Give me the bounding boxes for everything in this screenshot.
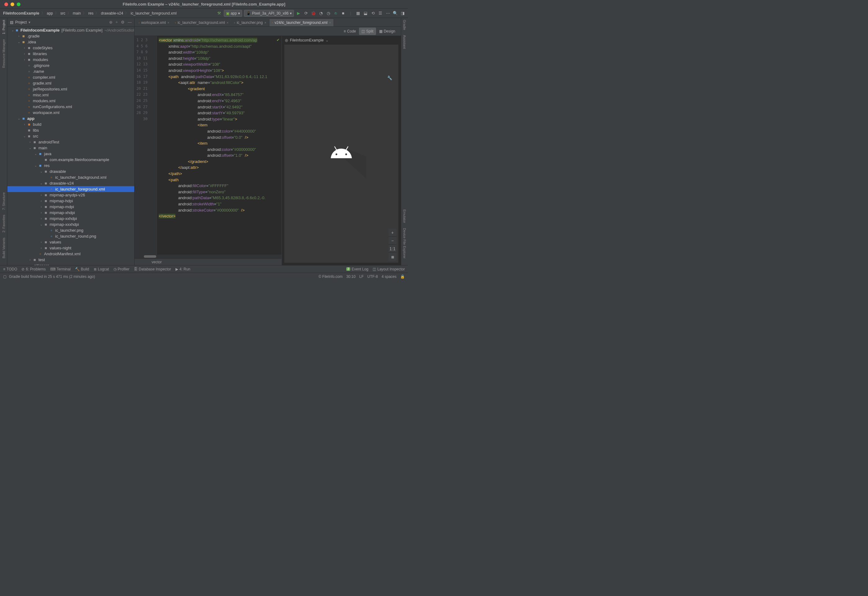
breadcrumb-item[interactable]: src [60,11,66,15]
breadcrumb[interactable]: FileInfocomExample〉app〉src〉main〉res〉draw… [3,10,177,16]
zoom-reset-button[interactable]: ▦ [389,253,396,261]
tree-row[interactable]: ▫ic_launcher_background.xml [7,174,134,180]
tree-row[interactable]: ▫.gitignore [7,63,134,68]
view-split[interactable]: ◫Split [359,28,376,35]
tree-row[interactable]: ⌄■res [7,162,134,168]
db-inspector-tab[interactable]: 🗄 Database Inspector [134,267,171,271]
rail-gradle[interactable]: Gradle [403,20,407,30]
tree-row[interactable]: ›■mipmap-hdpi [7,198,134,204]
wrench-icon[interactable]: 🔧 [387,75,392,80]
tree-row[interactable]: ›■test [7,257,134,263]
tree-row[interactable]: ▫jarRepositories.xml [7,86,134,92]
tree-row[interactable]: ▫ic_launcher_round.png [7,233,134,239]
tree-row[interactable]: ⌄■mipmap-xxxhdpi [7,221,134,227]
tree-row[interactable]: ■com.example.fileinfocomexample [7,157,134,162]
apply-changes-icon[interactable]: ⟳ [303,10,309,16]
run-tab[interactable]: ▶ 4: Run [176,267,190,271]
status-cursor-pos[interactable]: 30:10 [346,274,356,279]
tree-row[interactable]: ›■values [7,239,134,245]
zoom-in-button[interactable]: + [389,229,396,237]
tree-row[interactable]: ▫gradle.xml [7,80,134,86]
zoom-out-button[interactable]: − [389,237,396,245]
profiler-tab[interactable]: ◷ Profiler [114,267,130,271]
problems-tab[interactable]: ⊘ 6: Problems [21,267,46,271]
breadcrumb-item[interactable]: res [88,11,94,15]
tree-row[interactable]: ▫ic_launcher.png [7,227,134,233]
rail-device-file-explorer[interactable]: Device File Explorer [403,228,407,258]
scroll-from-source-icon[interactable]: ⊕ [109,20,112,25]
tree-row[interactable]: ⌄■app [7,115,134,121]
close-tab-icon[interactable]: × [167,21,169,25]
sync-icon[interactable]: ⟲ [370,10,376,16]
tree-row[interactable]: ›■build [7,121,134,127]
todo-tab[interactable]: ≡ TODO [3,267,17,271]
tree-row[interactable]: ›■mipmap-xhdpi [7,210,134,215]
line-number-gutter[interactable]: 1 2 3 4 5 6 7 8 9 10 11 12 13 14 15 16 1… [135,36,150,255]
more-icon[interactable]: ⋯ [385,10,390,16]
tree-row[interactable]: ›■mipmap-xxhdpi [7,215,134,221]
status-lock-icon[interactable]: 🔒 [400,274,405,279]
coverage-icon[interactable]: ◔ [318,10,324,16]
rail-build-variants[interactable]: Build Variants [2,238,6,258]
hide-icon[interactable]: — [128,20,132,25]
close-tab-icon[interactable]: × [329,21,331,25]
sdk-icon[interactable]: ⬓ [363,10,368,16]
structure-icon[interactable]: ☰ [378,10,383,16]
editor-tab[interactable]: ▫workspace.xml× [136,19,172,27]
tree-row[interactable]: ▫misc.xml [7,92,134,98]
rail-emulator[interactable]: Emulator [403,209,407,223]
tree-row[interactable]: ⌄■java [7,151,134,157]
device-dropdown[interactable]: 📱Pixel_3a_API_30_x86▾ [244,10,294,17]
stop-icon[interactable]: ■ [340,10,346,16]
tree-row[interactable]: ⌄■FileInfocomExample[FileInfo.com Exampl… [7,27,134,33]
tree-row[interactable]: ▫.name [7,68,134,74]
preview-canvas[interactable]: 🔧 + − 1:1 ▦ [284,44,398,263]
status-encoding[interactable]: UTF-8 [367,274,378,279]
rail-favorites[interactable]: 2: Favorites [2,215,6,232]
tree-row[interactable]: ›■mipmap-anydpi-v26 [7,192,134,198]
tree-row[interactable]: ›■.gradle [7,33,134,39]
breadcrumb-item[interactable]: FileInfocomExample [3,11,40,15]
status-indent[interactable]: 4 spaces [382,274,396,279]
build-tab[interactable]: 🔨 Build [75,267,89,271]
layout-inspector-tab[interactable]: ◫ Layout Inspector [373,267,405,271]
profile-icon[interactable]: ◷ [325,10,331,16]
tree-row[interactable]: ■libs [7,127,134,133]
tree-row[interactable]: ▫modules.xml [7,98,134,104]
gear-icon[interactable]: ⚙ [121,20,125,25]
tree-row[interactable]: ›■values-night [7,245,134,251]
close-window-button[interactable] [4,3,8,6]
debug-icon[interactable]: 🐞 [311,10,316,16]
preview-header[interactable]: ◎FileInfocomExample⌄ [282,36,401,44]
editor-breadcrumb[interactable]: vector [135,258,281,265]
run-icon[interactable]: ▶ [296,10,301,16]
collapse-icon[interactable]: ÷ [115,20,118,25]
tree-row[interactable]: ⌄■drawable [7,168,134,174]
tree-row[interactable]: ▫.gitignore [7,263,134,265]
project-tree[interactable]: ⌄■FileInfocomExample[FileInfo.com Exampl… [7,27,134,265]
tree-row[interactable]: ›■androidTest [7,139,134,145]
tree-row[interactable]: ▫workspace.xml [7,110,134,115]
tree-row[interactable]: ▫runConfigurations.xml [7,104,134,110]
avd-icon[interactable]: ▦ [355,10,361,16]
rail-project[interactable]: 1: Project [2,20,6,34]
tree-row[interactable]: ⌄■.idea [7,39,134,45]
breadcrumb-item[interactable]: app [46,11,54,15]
editor-tab[interactable]: ▫ic_launcher.png× [231,19,269,27]
editor-tab[interactable]: ▫v24/ic_launcher_foreground.xml× [269,19,334,27]
terminal-tab[interactable]: ⌨ Terminal [50,267,71,271]
breadcrumb-item[interactable]: main [72,11,81,15]
tree-row[interactable]: ▫compiler.xml [7,74,134,80]
breadcrumb-item[interactable]: drawable-v24 [100,11,124,15]
tree-row[interactable]: ▫ic_launcher_foreground.xml [7,186,134,192]
status-sidebar-icon[interactable]: ▢ [3,274,6,279]
status-line-sep[interactable]: LF [359,274,364,279]
attach-icon[interactable]: ⎋ [333,10,339,16]
close-tab-icon[interactable]: × [226,21,228,25]
event-log-tab[interactable]: 2 Event Log [346,267,368,271]
code-editor[interactable]: <vector xmlns:android="http://schemas.an… [157,36,281,255]
close-tab-icon[interactable]: × [265,21,266,25]
search-icon[interactable]: 🔍 [392,10,398,16]
hammer-icon[interactable]: ⚒ [216,10,222,16]
minimize-window-button[interactable] [10,3,14,6]
